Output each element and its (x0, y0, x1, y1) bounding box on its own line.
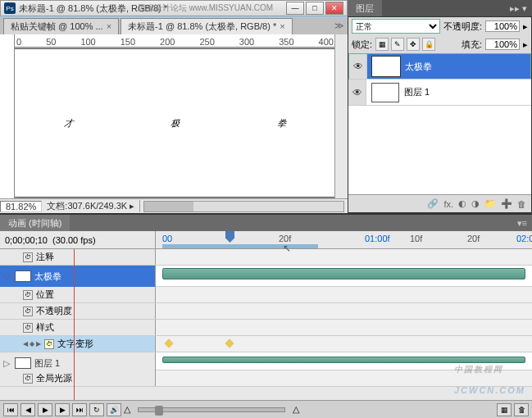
fps-label: (30.00 fps) (52, 235, 96, 245)
maximize-button[interactable]: □ (306, 2, 324, 15)
canvas-area[interactable]: 才 极 拳 (15, 48, 334, 198)
keyframe-icon[interactable] (164, 338, 173, 348)
layer-item[interactable]: 👁 T 太极拳 (348, 53, 531, 80)
timeline-tab[interactable]: 动画 (时间轴) (0, 215, 70, 232)
track-content[interactable] (156, 266, 532, 286)
lock-paint-icon[interactable]: ✎ (391, 38, 404, 51)
close-button[interactable]: ✕ (325, 2, 343, 15)
track-thumbnail (15, 357, 31, 369)
playhead-line (74, 249, 75, 400)
zoom-in-icon[interactable]: △ (293, 404, 299, 415)
layer-list: 👁 T 太极拳 👁 图层 1 (348, 53, 531, 194)
convert-frames-button[interactable]: ▦ (497, 403, 512, 416)
loop-button[interactable]: ↻ (89, 403, 104, 416)
adjustment-layer-icon[interactable]: ◑ (471, 198, 480, 209)
delete-button[interactable]: 🗑 (514, 403, 529, 416)
layers-tab[interactable]: 图层 (348, 0, 382, 17)
fill-label: 填充: (462, 39, 482, 51)
work-area-bar[interactable] (162, 244, 318, 248)
layer-thumbnail: T (372, 57, 400, 76)
lock-transparency-icon[interactable]: ▦ (375, 38, 389, 51)
new-layer-icon[interactable]: ➕ (501, 198, 512, 209)
time-ruler[interactable]: 00 20f 01:00f 10f 20f 02:0 ↖ (156, 231, 532, 249)
track-label: 不透明度 (36, 305, 72, 317)
lock-position-icon[interactable]: ✥ (407, 38, 420, 51)
tab-close-icon[interactable]: × (107, 21, 111, 31)
play-button[interactable]: ▶ (38, 403, 52, 416)
track-label: 样式 (36, 321, 54, 334)
next-frame-button[interactable]: ▶ (55, 403, 70, 416)
track-content[interactable] (156, 249, 532, 265)
audio-button[interactable]: 🔊 (107, 403, 121, 416)
blend-mode-select[interactable]: 正常 (352, 19, 440, 34)
visibility-toggle-icon[interactable]: 👁 (348, 80, 366, 105)
stopwatch-icon[interactable]: ⏱ (44, 339, 54, 349)
delete-layer-icon[interactable]: 🗑 (517, 199, 526, 209)
expand-toggle-icon[interactable]: ▽ (3, 271, 11, 282)
canvas: 才 极 拳 (15, 49, 334, 197)
tab-overflow-arrows[interactable]: ≫ (331, 20, 348, 31)
stopwatch-icon[interactable]: ⏱ (23, 252, 33, 262)
watermark-text: 思缘设计论坛 www.MISSYUAN.COM (138, 2, 273, 14)
document-tab[interactable]: 未标题-1 @ 81.8% (太极拳, RGB/8) *× (120, 18, 293, 34)
new-group-icon[interactable]: 📁 (484, 198, 496, 209)
track-content[interactable] (156, 320, 532, 335)
track-content[interactable] (156, 287, 532, 302)
track-content[interactable] (156, 336, 532, 352)
go-start-button[interactable]: ⏮ (3, 403, 18, 416)
zoom-slider[interactable] (138, 407, 285, 412)
expand-toggle-icon[interactable]: ▷ (3, 358, 11, 369)
document-tab[interactable]: 粘贴关键帧 @ 100% ...× (3, 18, 119, 34)
track-label: 太极拳 (34, 270, 61, 283)
cursor-icon: ↖ (283, 243, 291, 254)
track-content[interactable] (156, 303, 532, 319)
panel-menu-icon[interactable]: ▾≡ (512, 218, 532, 229)
track-content[interactable] (156, 352, 532, 370)
timeline-panel: 动画 (时间轴) ▾≡ 0;00;00;10 (30.00 fps) 00 20… (0, 213, 532, 418)
fill-input[interactable]: 100% (485, 39, 520, 50)
vertical-scrollbar[interactable] (334, 34, 348, 198)
layer-thumbnail (371, 83, 399, 102)
app-icon: Ps (4, 2, 16, 14)
stopwatch-icon[interactable]: ⏱ (23, 374, 33, 384)
link-layers-icon[interactable]: 🔗 (427, 198, 439, 209)
stopwatch-icon[interactable]: ⏱ (23, 290, 33, 300)
minimize-button[interactable]: — (286, 2, 304, 15)
visibility-toggle-icon[interactable]: 👁 (349, 54, 367, 79)
opacity-input[interactable]: 100% (485, 20, 520, 32)
go-end-button[interactable]: ⏭ (72, 403, 87, 416)
keyframe-nav[interactable]: ◀ ◆ ▶ (23, 340, 41, 348)
lock-label: 锁定: (352, 39, 372, 51)
layer-item[interactable]: 👁 图层 1 (348, 80, 531, 106)
status-bar: 81.82% 文档:307.6K/249.3K ▸ (0, 198, 348, 213)
panel-collapse-icon[interactable]: ▸▸ ▾ (505, 3, 532, 14)
current-time[interactable]: 0;00;00;10 (5, 235, 48, 245)
track-content[interactable] (156, 370, 532, 386)
stopwatch-icon[interactable]: ⏱ (23, 323, 33, 333)
layers-panel-header: 图层 ▸▸ ▾ (348, 0, 532, 16)
window-titlebar: Ps 未标题-1 @ 81.8% (太极拳, RGB/8) * 思缘设计论坛 w… (0, 0, 348, 16)
clip-bar[interactable] (162, 357, 525, 363)
opacity-label: 不透明度: (443, 20, 482, 33)
doc-size: 文档:307.6K/249.3K ▸ (42, 200, 140, 212)
playhead[interactable] (225, 231, 234, 243)
track-label: 文字变形 (57, 338, 93, 350)
lock-all-icon[interactable]: 🔒 (422, 38, 435, 51)
track-label: 位置 (36, 289, 54, 301)
zoom-out-icon[interactable]: △ (124, 404, 130, 415)
tab-close-icon[interactable]: × (280, 21, 284, 31)
layer-mask-icon[interactable]: ◐ (458, 198, 466, 209)
zoom-level[interactable]: 81.82% (0, 201, 42, 212)
track-label: 注释 (36, 251, 54, 263)
track-thumbnail: T (15, 270, 31, 282)
horizontal-scrollbar[interactable] (143, 201, 344, 212)
stopwatch-icon[interactable]: ⏱ (23, 307, 33, 316)
track-label: 图层 1 (34, 357, 60, 370)
prev-frame-button[interactable]: ◀ (20, 403, 35, 416)
layers-panel-footer: 🔗 fx. ◐ ◑ 📁 ➕ 🗑 (348, 194, 531, 212)
layer-fx-icon[interactable]: fx. (443, 199, 453, 209)
document-tab-bar: 粘贴关键帧 @ 100% ...× 未标题-1 @ 81.8% (太极拳, RG… (0, 16, 348, 34)
clip-bar[interactable] (162, 268, 525, 279)
track-label: 全局光源 (36, 372, 72, 384)
keyframe-icon[interactable] (225, 338, 234, 348)
